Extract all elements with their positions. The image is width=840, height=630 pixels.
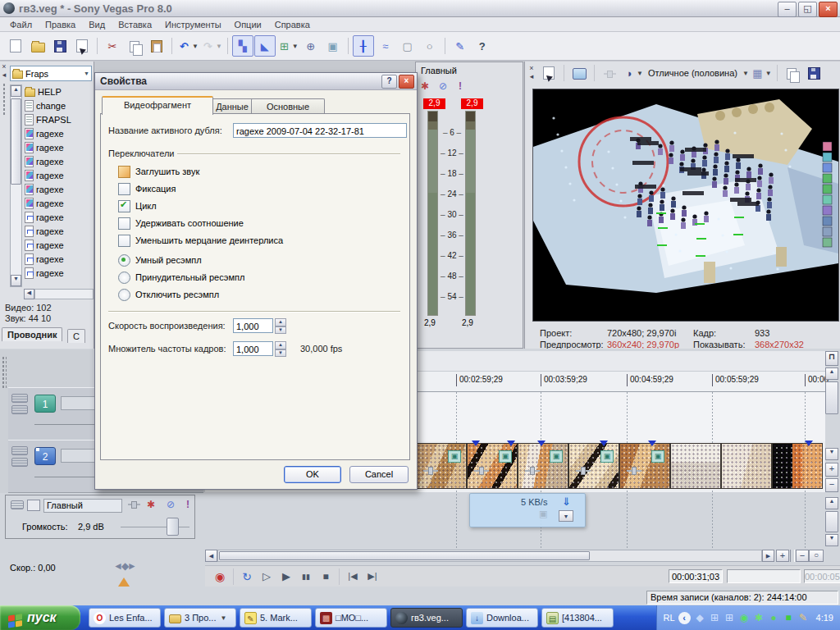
status-tray-icon[interactable]: ■ (783, 612, 795, 624)
file-item[interactable]: change (24, 98, 94, 112)
zoom-in-time-icon[interactable]: + (776, 550, 789, 562)
checkbox-icon[interactable] (118, 217, 130, 230)
zoom-divider[interactable] (790, 550, 795, 562)
event-fx-icon[interactable] (576, 467, 591, 475)
interactive-tutorials-button[interactable] (450, 35, 471, 57)
preview-quality-button[interactable]: ▼ (621, 62, 644, 84)
scroll-down-icon[interactable]: ▼ (11, 275, 21, 286)
dialog-title-bar[interactable]: Свойства ? × (95, 73, 417, 90)
dialog-checkbox[interactable]: Уменьшить мерцание деинтерлиса (118, 234, 283, 247)
file-item[interactable]: HELP (24, 84, 94, 98)
tab-general[interactable]: Основные (251, 98, 325, 114)
tab-explorer[interactable]: Проводник (2, 327, 62, 341)
scroll-thumb[interactable] (11, 98, 21, 185)
file-item[interactable]: ragexe (24, 126, 94, 140)
minimize-button[interactable]: – (778, 2, 797, 17)
checkbox-icon[interactable] (118, 200, 130, 212)
start-button[interactable]: пуск (0, 605, 80, 630)
lock-envelopes-button[interactable] (300, 35, 322, 57)
cancel-button[interactable]: Cancel (349, 466, 409, 483)
recorder-tray-icon[interactable]: ◉ (738, 612, 751, 624)
tab-videofragment[interactable]: Видеофрагмент (102, 96, 213, 115)
file-item[interactable]: ragexe (24, 140, 94, 154)
cut-button[interactable] (102, 35, 123, 57)
clip-thumbnail[interactable] (670, 443, 721, 489)
vertical-zoom-out-icon[interactable]: − (825, 478, 838, 492)
event-fx-icon[interactable] (525, 467, 540, 475)
dialog-radio[interactable]: Отключить ресэмпл (118, 288, 219, 301)
file-list-vscrollbar[interactable]: ▲ ▼ (10, 84, 22, 287)
menu-item[interactable]: Опции (228, 19, 268, 30)
master-arrange-icon[interactable] (11, 500, 24, 509)
marker-tool-icon[interactable]: ⊓ (825, 351, 838, 366)
bus-solo-icon[interactable]: ! (459, 80, 462, 92)
hscroll-left-icon[interactable]: ◀ (205, 550, 217, 562)
loop-playback-button[interactable]: ↻ (237, 568, 257, 586)
pan-crop-icon[interactable]: ▣ (499, 450, 512, 463)
file-list-hscrollbar[interactable]: ◀ (24, 289, 94, 299)
dropdown-arrow-icon[interactable]: ▼ (292, 43, 299, 50)
go-to-start-button[interactable]: |◀ (343, 568, 363, 586)
hscroll-thumb[interactable] (219, 551, 590, 560)
rate-scrub-control[interactable]: ◄◆► (113, 560, 135, 572)
event-fx-icon[interactable] (474, 467, 489, 475)
taskbar-task-button[interactable]: 5. Mark... (240, 608, 312, 628)
clip-thumbnail[interactable] (772, 443, 823, 489)
timeline-grip[interactable] (2, 356, 7, 389)
checkbox-icon[interactable] (118, 166, 130, 178)
file-item[interactable]: ragexe (24, 224, 94, 238)
pause-button[interactable]: ▮▮ (296, 568, 316, 586)
folder-combobox[interactable]: Fraps ▼ (10, 66, 92, 81)
project-properties-button[interactable] (71, 35, 93, 57)
dialog-close-button[interactable]: × (399, 75, 414, 89)
selection-edit-tool-button[interactable] (397, 35, 418, 57)
zoom-out-time-icon[interactable]: − (796, 550, 809, 562)
scroll-up-icon[interactable]: ▲ (11, 85, 21, 97)
close-button[interactable]: × (819, 2, 838, 17)
zoom-tool-edit-icon[interactable]: ○ (809, 550, 824, 562)
undock-preview-icon[interactable]: ◂ (527, 73, 536, 80)
radio-icon[interactable] (118, 272, 130, 284)
pan-crop-icon[interactable]: ▣ (550, 450, 563, 463)
master-plug-icon[interactable] (127, 498, 141, 510)
zoom-edit-tool-button[interactable] (419, 35, 441, 57)
title-bar[interactable]: гв3.veg * - Sony Vegas Pro 8.0 – ◱ × (0, 0, 840, 17)
file-item[interactable]: ragexe (24, 196, 94, 210)
taskbar-task-button[interactable]: гв3.veg... (390, 608, 463, 628)
record-button[interactable]: ◉ (210, 568, 230, 586)
tab-next-partial[interactable]: С (67, 329, 85, 343)
external-monitor-button[interactable] (568, 62, 590, 84)
dialog-radio[interactable]: Принудительный ресэмпл (118, 271, 244, 284)
file-item[interactable]: ragexe (24, 252, 94, 266)
volume-slider-handle[interactable] (167, 518, 179, 536)
menu-item[interactable]: Правка (39, 19, 82, 30)
overlay-dropdown-icon[interactable]: ▼ (559, 510, 573, 522)
clip-thumbnail[interactable] (721, 443, 772, 489)
copy-snapshot-button[interactable] (782, 62, 803, 84)
close-panel-icon[interactable]: × (0, 63, 8, 71)
dropdown-arrow-icon[interactable]: ▼ (192, 43, 199, 50)
dialog-checkbox[interactable]: Удерживать соотношение (118, 217, 244, 230)
file-item[interactable]: ragexe (24, 182, 94, 196)
peak-label-left[interactable]: 2,9 (423, 98, 445, 109)
play-from-start-button[interactable]: ▷ (257, 568, 276, 586)
undock-panel-icon[interactable]: ◂ (0, 71, 8, 79)
pan-crop-icon[interactable]: ▣ (600, 450, 614, 463)
vertical-zoom-in-icon[interactable]: + (825, 463, 838, 477)
task-group-arrow-icon[interactable]: ▼ (220, 614, 226, 622)
lower-scroll-down-icon[interactable]: ▼ (825, 534, 838, 546)
copy-button[interactable] (124, 35, 145, 57)
preview-properties-button[interactable] (538, 62, 559, 84)
pan-crop-icon[interactable]: ▣ (448, 450, 461, 463)
tray-collapse-icon[interactable]: ‹ (678, 612, 691, 624)
bus-gear-icon[interactable]: ✱ (421, 80, 429, 92)
normal-edit-tool-button[interactable] (353, 35, 374, 57)
menu-item[interactable]: Вставка (112, 19, 158, 30)
preview-quality-value[interactable]: Отличное (половина) (645, 68, 741, 78)
ok-button[interactable]: OK (284, 466, 341, 483)
clip-thumbnail[interactable]: ▣ (416, 443, 467, 489)
master-mute-icon[interactable]: ⊘ (167, 499, 175, 510)
multiplier-spinner[interactable]: ▲▼ (275, 341, 286, 357)
master-window-icon[interactable] (27, 500, 40, 511)
stop-button[interactable]: ■ (316, 568, 336, 586)
